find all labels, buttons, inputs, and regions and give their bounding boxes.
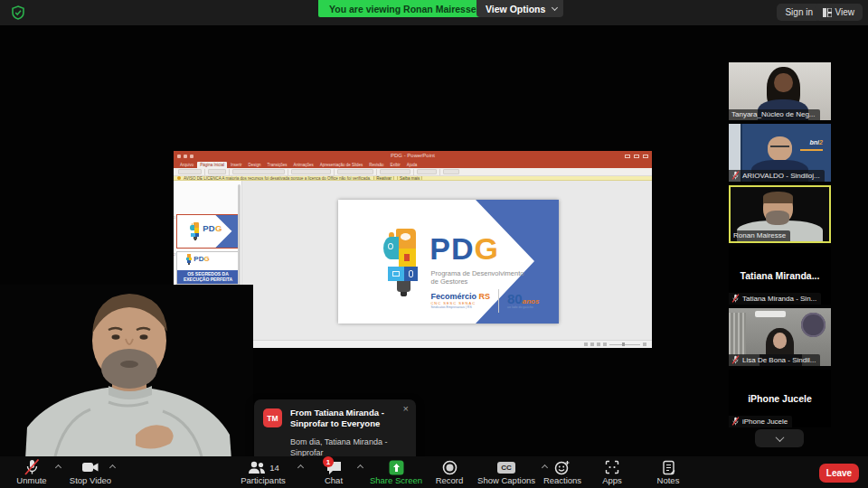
pdg-subtitle: Programa de Desenvolvimento de Gestores <box>430 269 524 287</box>
ppt-close-icon <box>643 155 648 158</box>
muted-mic-icon <box>731 171 740 180</box>
slide-thumbnail-1: PDG <box>176 214 240 249</box>
warning-icon <box>177 176 181 180</box>
close-icon[interactable]: × <box>403 403 409 414</box>
view-button[interactable]: View <box>815 4 863 21</box>
participant-tile-tatiana[interactable]: Tatiana Miranda... Tatiana Miranda - Sin… <box>729 247 831 305</box>
slide-thumbnail-2: PDG OS SEGREDOS DA EXECUÇÃO PERFEITA <box>176 251 240 285</box>
muted-mic-icon <box>731 417 740 426</box>
participant-name-label: Tanyara_Núcleo de Neg... <box>729 109 820 120</box>
record-button[interactable]: Record <box>429 459 470 485</box>
ppt-tab: Arquivo <box>177 162 196 168</box>
participants-icon <box>247 460 267 474</box>
apps-button[interactable]: Apps <box>593 459 631 485</box>
meeting-top-bar: You are viewing Ronan Mairesse's screen … <box>0 0 868 25</box>
unmute-label: Unmute <box>9 475 54 485</box>
ppt-tab: Exibir <box>387 162 402 168</box>
muted-mic-icon <box>23 459 41 475</box>
chevron-down-icon <box>552 5 558 11</box>
pdg-bulb-graphic <box>190 222 202 240</box>
fecomercio-logo: Fecomércio RS CNC SESC SENAC Sindicatos … <box>430 292 490 309</box>
participants-label: Participants <box>233 475 293 485</box>
ppt-minimize-icon <box>625 155 630 158</box>
leave-button[interactable]: Leave <box>819 464 859 483</box>
presenter-video <box>0 285 253 460</box>
ppt-editing-canvas: PDG Programa de Desenvolvimento de Gesto… <box>243 181 652 340</box>
slide-logos: Fecomércio RS CNC SESC SENAC Sindicatos … <box>430 289 539 313</box>
pdg-bulb-graphic <box>383 229 424 296</box>
record-label: Record <box>429 475 470 485</box>
share-screen-icon <box>389 460 404 475</box>
video-camera-icon <box>80 460 100 474</box>
ppt-tab: Apresentação de Slides <box>317 162 366 168</box>
chat-label: Chat <box>311 475 356 485</box>
chat-options-chevron[interactable] <box>357 465 363 471</box>
chat-unread-badge: 1 <box>323 456 334 467</box>
share-screen-button[interactable]: Share Screen <box>365 459 427 485</box>
scroll-participants-down-button[interactable] <box>755 429 804 447</box>
chat-popup-message: Bom dia, Tatiana Miranda - Sinprofar <box>290 436 399 458</box>
ppt-tab-active: Página Inicial <box>197 162 227 168</box>
pdg-title-slide: PDG Programa de Desenvolvimento de Gesto… <box>338 200 559 324</box>
participant-tile-ariovaldo[interactable]: bni2 ARIOVALDO - Sindiloj... <box>729 124 831 182</box>
ppt-tab: Revisão <box>366 162 386 168</box>
participant-tile-iphone-jucele[interactable]: iPhone Jucele iPhone Jucele <box>729 370 831 427</box>
meeting-toolbar: Unmute Stop Video 14 Participants <box>0 456 868 488</box>
ppt-tab: Inserir <box>228 162 245 168</box>
presenter-webcam-overlay <box>0 285 253 460</box>
participant-tile-lisa[interactable]: Lisa De Bona - Sindil... <box>729 308 831 366</box>
pdg-logo-text: PDG <box>429 233 499 264</box>
participant-tile-ronan-active-speaker[interactable]: Ronan Mairesse <box>729 185 831 243</box>
participants-count: 14 <box>269 463 279 473</box>
avatar: TM <box>263 408 282 427</box>
ppt-ribbon-controls <box>174 168 652 176</box>
security-shield-icon <box>11 5 25 20</box>
reactions-smiley-icon <box>554 460 571 475</box>
ppt-title-bar: PDG - PowerPoint <box>174 151 652 162</box>
thumbnails-scrollbar <box>238 184 241 293</box>
80-anos-logo: 80anos ao lado do gaúcho <box>507 292 539 309</box>
chevron-down-icon <box>775 433 784 442</box>
view-options-button[interactable]: View Options <box>476 0 563 17</box>
apps-icon <box>605 460 619 474</box>
reactions-button[interactable]: Reactions <box>539 459 586 485</box>
zoom-slider <box>609 344 640 345</box>
unmute-button[interactable]: Unmute <box>9 459 54 485</box>
participant-name-label: ARIOVALDO - Sindiloj... <box>729 170 825 182</box>
ppt-window-title: PDG - PowerPoint <box>174 153 652 158</box>
ppt-tab: Ajuda <box>404 162 420 168</box>
sign-in-label: Sign in <box>785 7 813 17</box>
show-captions-button[interactable]: CC Show Captions <box>474 459 539 485</box>
ppt-maximize-icon <box>634 155 639 158</box>
participant-name-label: Tatiana Miranda - Sin... <box>729 293 821 305</box>
participant-name-label: iPhone Jucele <box>729 416 792 427</box>
record-icon <box>442 460 458 475</box>
slide2-title-band: OS SEGREDOS DA EXECUÇÃO PERFEITA <box>177 270 239 284</box>
share-screen-label: Share Screen <box>365 475 427 485</box>
participants-button[interactable]: 14 Participants <box>233 459 293 485</box>
chat-button[interactable]: 1 Chat <box>311 459 356 485</box>
ppt-tab: Design <box>246 162 264 168</box>
cc-icon: CC <box>497 462 515 474</box>
mic-options-chevron[interactable] <box>55 465 61 471</box>
view-options-label: View Options <box>486 4 545 14</box>
notes-icon <box>662 460 675 475</box>
ppt-tab: Animações <box>290 162 316 168</box>
view-label: View <box>835 7 855 17</box>
stop-video-button[interactable]: Stop Video <box>65 459 116 485</box>
show-captions-label: Show Captions <box>474 475 539 485</box>
participant-name-label: Lisa De Bona - Sindil... <box>729 354 820 366</box>
ppt-tab: Transições <box>265 162 290 168</box>
participants-options-chevron[interactable] <box>297 465 304 471</box>
grid-view-icon <box>823 8 832 17</box>
participant-tile-tanyara[interactable]: Tanyara_Núcleo de Neg... <box>729 62 831 120</box>
license-warning-text: AVISO DE LICENÇA A maioria dos recursos … <box>184 176 371 181</box>
stop-video-label: Stop Video <box>65 475 116 485</box>
notes-button[interactable]: Notes <box>647 459 689 485</box>
notes-label: Notes <box>647 475 689 485</box>
chat-popup-title: From Tatiana Miranda - Sinprofar to Ever… <box>290 408 393 430</box>
muted-mic-icon <box>731 355 740 364</box>
shared-screen-stage: PDG - PowerPoint Arquivo Página Inicial … <box>0 25 868 456</box>
apps-label: Apps <box>593 475 631 485</box>
reactions-label: Reactions <box>539 475 586 485</box>
